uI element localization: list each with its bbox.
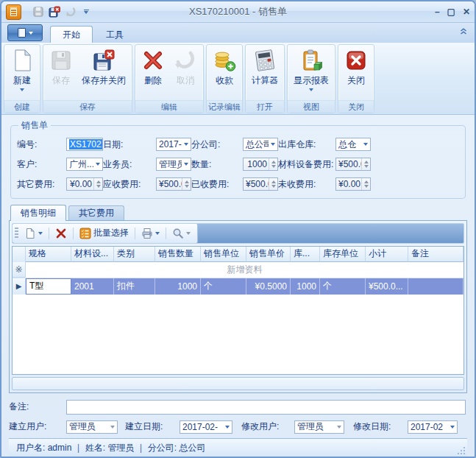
cell-sales-unit[interactable]: 个 [201,278,246,295]
warehouse-dropdown[interactable]: 总仓 [335,138,371,151]
ribbon-tab-start[interactable]: 开始 [50,26,93,43]
column-header[interactable]: 销售单位 [201,247,246,262]
undo-icon [65,6,77,18]
chevron-down-icon [363,143,368,146]
cell-subtotal[interactable]: ¥500.0... [366,278,408,295]
calculator-icon [253,49,277,72]
save-and-close-icon [49,6,60,18]
new-button[interactable]: 新建 [6,46,38,100]
qat-save-close-button[interactable] [48,5,61,18]
status-text: 用户名: admin ｜ 姓名: 管理员 ｜ 分公司: 总公司 [16,442,206,454]
chevron-down-icon [38,232,43,235]
grid-new-row[interactable]: ※ 新增资料 [13,262,463,278]
magnifier-icon [172,228,184,239]
collect-payment-button[interactable]: 收款 [208,46,241,100]
other-cost-stepper[interactable]: ¥0.00 [66,177,103,191]
chevron-down-icon [110,426,115,429]
created-date-dropdown[interactable]: 2017-02- [180,420,232,434]
branch-dropdown[interactable]: 总公司 [243,138,278,151]
qat-save-button[interactable] [32,5,45,18]
order-number-field[interactable]: XS170210001 [66,138,103,151]
column-header[interactable]: 备注 [408,247,463,262]
calculator-button[interactable]: 计算器 [247,46,283,100]
collapse-ribbon-button[interactable] [458,26,469,39]
ribbon-group-record-edit: 收款 记录编辑 [206,44,243,113]
meta-row: 建立用户: 管理员 建立日期: 2017-02- 修改用户: 管理员 修改日期:… [9,418,467,435]
grid-data-row[interactable]: ▶ T型 2001 扣件 1000 个 ¥0.5000 1000 个 ¥500.… [13,278,463,295]
modified-date-dropdown[interactable]: 2017-02 [408,420,458,434]
double-chevron-up-icon [458,26,469,36]
ribbon-group-view: 显示报表 视图 [287,44,335,113]
column-header[interactable]: 销售数量 [155,247,201,262]
date-dropdown[interactable]: 2017-02 [156,138,191,151]
cancel-button: 取消 [169,46,202,100]
qat-customize-button[interactable] [82,10,90,14]
delete-button[interactable]: 删除 [137,46,169,100]
chevron-down-icon [271,143,275,146]
column-header[interactable]: 小计 [366,247,408,262]
cell-stock-unit[interactable]: 个 [320,278,366,295]
cell-remark[interactable] [408,278,463,295]
column-header[interactable]: 库... [291,247,320,262]
receivable-stepper[interactable]: ¥500.00 [156,177,191,191]
cell-category[interactable]: 扣件 [114,278,155,295]
save-icon [49,49,73,72]
show-report-button[interactable]: 显示报表 [289,46,333,100]
batch-select-button[interactable]: 批量选择 [77,225,131,241]
material-cost-stepper[interactable]: ¥500.0 [335,158,371,171]
close-button[interactable]: ✕ [463,7,470,16]
unreceived-stepper[interactable]: ¥0.00 [335,177,371,191]
window-controls: – ▢ ✕ [435,7,470,16]
ribbon-tab-row: 开始 工具 [1,23,475,43]
minimize-button[interactable]: – [435,7,440,16]
modified-by-dropdown[interactable]: 管理员 [294,420,344,434]
horizontal-scrollbar[interactable] [12,377,464,390]
cell-material[interactable]: 2001 [71,278,114,295]
resize-grip[interactable] [458,447,465,454]
tab-sales-detail[interactable]: 销售明细 [10,205,66,221]
ribbon-group-open: 计算器 打开 [245,44,285,113]
qat-undo-button[interactable] [64,5,77,18]
cell-stock-qty[interactable]: 1000 [291,278,320,295]
detail-tab-strip: 销售明细 其它费用 [9,203,467,220]
maximize-button[interactable]: ▢ [447,7,455,16]
preview-button[interactable] [170,226,193,241]
grid-empty-area [13,295,463,374]
app-icon[interactable] [6,4,21,20]
column-header[interactable]: 类别 [114,247,155,262]
application-menu-button[interactable] [7,24,43,41]
ribbon-tab-tools[interactable]: 工具 [94,27,135,43]
column-header[interactable]: 规格 [26,247,71,262]
cell-spec[interactable]: T型 [26,278,71,295]
add-row-button[interactable] [22,226,45,241]
cell-sales-price[interactable]: ¥0.5000 [246,278,291,295]
chevron-down-icon [20,88,24,91]
salesperson-dropdown[interactable]: 管理员 [156,158,191,171]
group-box-title: 销售单 [18,119,51,132]
row-marker: ▶ [13,278,26,295]
new-row-icon [24,228,36,239]
tab-other-costs[interactable]: 其它费用 [68,205,124,220]
grid-toolbar: 批量选择 [12,223,464,244]
cell-sales-qty[interactable]: 1000 [155,278,201,295]
show-report-icon [299,49,323,72]
column-header[interactable]: 材料设... [71,247,114,262]
created-by-dropdown[interactable]: 管理员 [66,420,118,434]
detail-tab-page: 批量选择 规格 [9,220,467,393]
close-window-icon [344,49,368,72]
chevron-down-icon [337,426,341,429]
print-button[interactable] [139,226,162,241]
toolbar-drag-grip[interactable] [15,228,18,239]
save-and-close-button[interactable]: 保存并关闭 [77,46,130,100]
delete-row-button[interactable] [53,226,69,241]
received-stepper[interactable]: ¥500.00 [243,177,278,191]
customer-dropdown[interactable]: 广州... [66,158,103,171]
batch-select-icon [79,228,91,239]
column-header[interactable]: 销售单价 [246,247,291,262]
close-form-button[interactable]: 关闭 [340,46,372,100]
quantity-stepper[interactable]: 1000 [243,158,278,171]
remark-input[interactable] [66,400,466,415]
chevron-down-icon [184,143,188,146]
collect-payment-icon [213,49,236,72]
column-header[interactable]: 库存单位 [320,247,366,262]
